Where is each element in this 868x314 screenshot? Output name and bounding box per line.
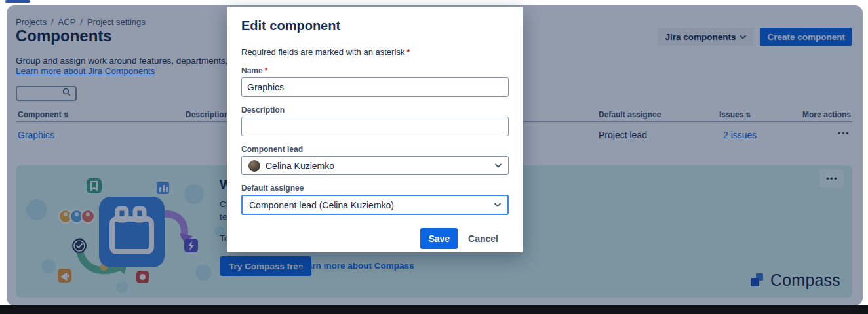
cancel-button[interactable]: Cancel: [460, 228, 506, 249]
user-avatar: [248, 160, 260, 172]
description-label: Description: [241, 106, 509, 115]
edit-component-modal: Edit component Required fields are marke…: [227, 7, 523, 252]
save-button[interactable]: Save: [420, 228, 458, 249]
top-accent-bar: [5, 0, 30, 3]
asterisk: *: [265, 66, 268, 75]
component-lead-value: Celina Kuziemko: [266, 161, 495, 171]
component-lead-select[interactable]: Celina Kuziemko: [241, 156, 509, 175]
component-lead-label: Component lead: [241, 145, 509, 154]
name-field[interactable]: [241, 77, 509, 97]
required-fields-note: Required fields are marked with an aster…: [241, 47, 509, 57]
name-label: Name*: [241, 66, 509, 75]
required-fields-note-text: Required fields are marked with an aster…: [241, 47, 404, 57]
asterisk: *: [406, 47, 410, 57]
description-field[interactable]: [241, 117, 509, 136]
default-assignee-label: Default assignee: [241, 184, 509, 193]
default-assignee-select[interactable]: Component lead (Celina Kuziemko): [241, 195, 509, 215]
name-label-text: Name: [241, 66, 263, 75]
chevron-down-icon: [494, 203, 501, 207]
window-bottom-edge: [0, 305, 868, 314]
chevron-down-icon: [495, 163, 502, 168]
modal-footer: Save Cancel: [241, 228, 509, 249]
modal-title: Edit component: [241, 18, 509, 33]
default-assignee-value: Component lead (Celina Kuziemko): [249, 200, 494, 210]
